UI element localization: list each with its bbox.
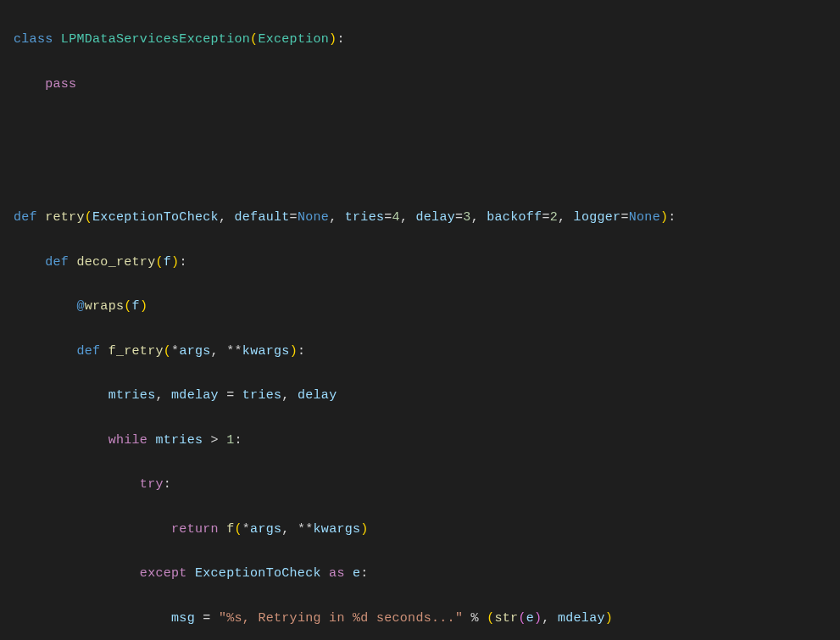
function-name: deco_retry [76,255,155,270]
variable: mdelay [171,388,219,403]
code-line[interactable]: while mtries > 1: [14,430,840,452]
keyword-def: def [45,255,69,270]
param: kwargs [242,344,290,359]
variable: tries [242,388,282,403]
variable: mtries [155,433,203,448]
param: logger [574,210,621,225]
param: ExceptionToCheck [92,210,219,225]
variable: args [250,522,281,537]
code-line[interactable]: @wraps(f) [14,296,840,318]
code-line[interactable]: def f_retry(*args, **kwargs): [14,341,840,363]
variable: mtries [108,388,156,403]
keyword-class: class [14,32,53,47]
variable: msg [171,611,195,626]
class-name: LPMDataServicesException [61,32,250,47]
code-line[interactable]: return f(*args, **kwargs) [14,519,840,541]
code-line[interactable]: class LPMDataServicesException(Exception… [14,29,840,51]
code-line[interactable]: pass [14,74,840,96]
variable: delay [298,388,337,403]
function-name: retry [45,210,85,225]
base-class: Exception [258,32,329,47]
code-line[interactable]: def retry(ExceptionToCheck, default=None… [14,207,840,229]
code-line[interactable]: except ExceptionToCheck as e: [14,563,840,585]
paren: ( [85,210,92,225]
param: args [179,344,210,359]
param: delay [416,210,456,225]
code-line[interactable]: try: [14,474,840,496]
colon: : [337,32,344,47]
variable: kwargs [314,522,361,537]
paren: ) [660,210,668,225]
number-literal: 2 [550,210,558,225]
param: backoff [487,210,542,225]
string-literal: "%s, Retrying in %d seconds..." [219,611,463,626]
code-line[interactable] [14,118,840,140]
paren: ( [250,32,258,47]
param: f [164,255,171,270]
decorator-at: @ [76,299,84,314]
param: default [234,210,289,225]
number-literal: 4 [392,210,400,225]
keyword-try: try [140,477,164,492]
builtin-function: str [494,611,518,626]
number-literal: 1 [226,433,234,448]
exception-type: ExceptionToCheck [195,566,321,581]
variable: e [526,611,534,626]
keyword-return: return [171,522,219,537]
variable: mdelay [558,611,605,626]
none-literal: None [298,210,329,225]
code-line[interactable]: msg = "%s, Retrying in %d seconds..." % … [14,608,840,630]
function-name: f_retry [108,344,164,359]
keyword-def: def [14,210,37,225]
number-literal: 3 [463,210,470,225]
code-line[interactable]: def deco_retry(f): [14,252,840,274]
code-line[interactable] [14,163,840,185]
variable: e [353,566,360,581]
keyword-while: while [108,433,148,448]
param: tries [345,210,385,225]
keyword-as: as [329,566,345,581]
keyword-pass: pass [45,77,76,92]
none-literal: None [629,210,660,225]
keyword-def: def [76,344,100,359]
param: f [132,299,140,314]
code-editor[interactable]: class LPMDataServicesException(Exception… [0,7,840,640]
keyword-except: except [140,566,187,581]
code-line[interactable]: mtries, mdelay = tries, delay [14,385,840,407]
decorator-name: wraps [85,299,125,314]
